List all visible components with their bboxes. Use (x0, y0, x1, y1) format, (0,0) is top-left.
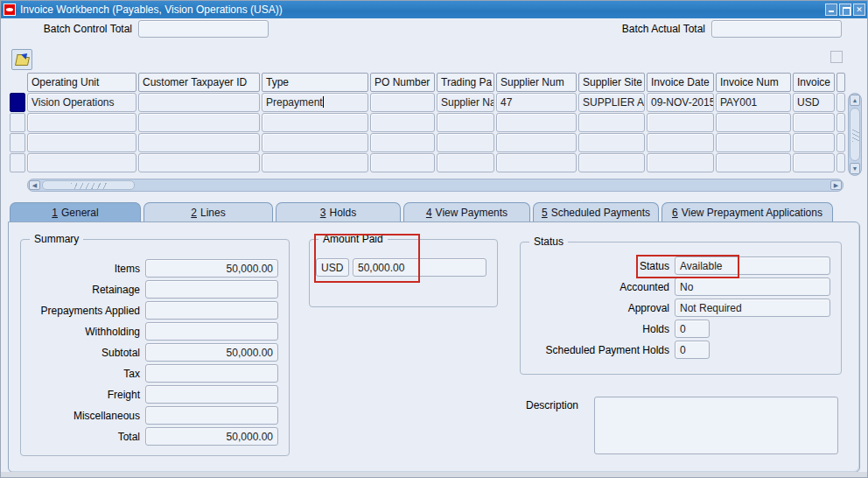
horizontal-scrollbar[interactable]: ◀ ▶ (27, 179, 844, 192)
cell-invoice-num[interactable] (716, 133, 791, 152)
cell-customer-taxpayer-id[interactable] (138, 153, 260, 172)
status-field-status[interactable]: Available (675, 257, 830, 275)
cell-invoice-date[interactable] (647, 153, 714, 172)
column-header-type[interactable]: Type (262, 73, 368, 92)
amount-paid-value-field[interactable]: 50,000.00 (353, 258, 486, 277)
column-header-invoice[interactable]: Invoice (793, 73, 835, 92)
cell-invoice-date[interactable] (647, 133, 714, 152)
cell-supplier-site[interactable] (578, 113, 645, 132)
column-header-invoice-num[interactable]: Invoice Num (716, 73, 791, 92)
vertical-scroll-thumb[interactable] (850, 108, 860, 161)
cell-type[interactable] (262, 113, 368, 132)
scroll-right-icon[interactable]: ▶ (830, 180, 842, 190)
cell-customer-taxpayer-id[interactable] (138, 133, 260, 152)
status-field-accounted[interactable]: No (675, 278, 830, 296)
cell-trading-pa[interactable] (437, 113, 494, 132)
column-header-invoice-date[interactable]: Invoice Date (647, 73, 714, 92)
amount-paid-currency-field[interactable]: USD (316, 258, 349, 277)
status-field-holds[interactable]: 0 (675, 320, 710, 338)
status-field-scheduled-payment-holds[interactable]: 0 (675, 341, 710, 359)
cell-trading-pa[interactable] (437, 133, 494, 152)
scroll-down-icon[interactable]: ▼ (850, 163, 860, 174)
summary-field-items[interactable]: 50,000.00 (145, 259, 278, 278)
cell-stub[interactable] (836, 153, 845, 172)
cell-invoice[interactable] (793, 133, 835, 152)
tab-view-payments[interactable]: 4View Payments (403, 202, 530, 222)
scroll-up-icon[interactable]: ▲ (850, 95, 860, 106)
column-header-trading-pa[interactable]: Trading Pa (437, 73, 494, 92)
cell-invoice-date[interactable] (647, 113, 714, 132)
cell-operating-unit[interactable]: Vision Operations (27, 93, 136, 112)
status-field-approval[interactable]: Not Required (675, 299, 830, 317)
cell-invoice-num[interactable] (716, 153, 791, 172)
summary-field-prepayments-applied[interactable] (145, 301, 278, 320)
record-indicator[interactable] (10, 113, 25, 132)
summary-field-total[interactable]: 50,000.00 (145, 427, 278, 446)
column-header-supplier-num[interactable]: Supplier Num (496, 73, 577, 92)
cell-supplier-site[interactable] (578, 153, 645, 172)
maximize-button[interactable] (839, 4, 851, 16)
cell-customer-taxpayer-id[interactable] (138, 93, 260, 112)
cell-po-number[interactable] (370, 153, 435, 172)
cell-text: SUPPLIER A (583, 96, 644, 109)
scroll-left-icon[interactable]: ◀ (29, 180, 40, 190)
tab-lines[interactable]: 2Lines (144, 202, 273, 222)
batch-actual-total-field[interactable] (711, 20, 842, 38)
title-bar[interactable]: Invoice Workbench (Payables, Vision Oper… (1, 1, 868, 18)
column-header-stub[interactable] (836, 73, 845, 92)
batch-control-total-field[interactable] (138, 20, 269, 38)
tab-access-key: 4 (426, 207, 432, 219)
cell-operating-unit[interactable] (27, 133, 136, 152)
cell-type[interactable] (262, 153, 368, 172)
close-button[interactable]: ✕ (853, 4, 865, 16)
record-indicator[interactable] (10, 153, 25, 172)
tab-general[interactable]: 1General (10, 202, 141, 222)
tab-holds[interactable]: 3Holds (276, 202, 401, 222)
summary-field-subtotal[interactable]: 50,000.00 (145, 343, 278, 362)
description-field[interactable] (594, 397, 838, 454)
cell-invoice-date[interactable]: 09-NOV-2015 (647, 93, 714, 112)
horizontal-scroll-thumb[interactable] (42, 180, 135, 190)
record-indicator[interactable] (10, 133, 25, 152)
cell-invoice[interactable]: USD (793, 93, 835, 112)
cell-supplier-num[interactable] (496, 153, 577, 172)
cell-stub[interactable] (836, 113, 845, 132)
cell-type[interactable]: Prepayment (262, 93, 368, 112)
summary-field-freight[interactable] (145, 385, 278, 404)
summary-field-miscellaneous[interactable] (145, 406, 278, 425)
tab-scheduled-payments[interactable]: 5Scheduled Payments (533, 202, 659, 222)
cell-stub[interactable] (836, 93, 845, 112)
tab-view-prepayment-applications[interactable]: 6View Prepayment Applications (662, 202, 833, 222)
header-checkbox[interactable] (830, 51, 843, 63)
column-header-customer-taxpayer-id[interactable]: Customer Taxpayer ID (138, 73, 260, 92)
vertical-scrollbar[interactable]: ▲ ▼ (848, 93, 862, 176)
cell-operating-unit[interactable] (27, 153, 136, 172)
cell-po-number[interactable] (370, 93, 435, 112)
column-header-po-number[interactable]: PO Number (370, 73, 435, 92)
cell-invoice[interactable] (793, 113, 835, 132)
cell-supplier-num[interactable] (496, 113, 577, 132)
record-indicator[interactable] (10, 93, 25, 112)
cell-type[interactable] (262, 133, 368, 152)
minimize-button[interactable] (825, 4, 837, 16)
cell-trading-pa[interactable]: Supplier Na (437, 93, 494, 112)
cell-invoice-num[interactable]: PAY001 (716, 93, 791, 112)
summary-field-withholding[interactable] (145, 322, 278, 341)
cell-invoice[interactable] (793, 153, 835, 172)
column-header-supplier-site[interactable]: Supplier Site (578, 73, 645, 92)
cell-supplier-site[interactable]: SUPPLIER A (578, 93, 645, 112)
cell-operating-unit[interactable] (27, 113, 136, 132)
cell-trading-pa[interactable] (437, 153, 494, 172)
summary-field-retainage[interactable] (145, 280, 278, 299)
cell-supplier-site[interactable] (578, 133, 645, 152)
cell-po-number[interactable] (370, 133, 435, 152)
cell-po-number[interactable] (370, 113, 435, 132)
cell-customer-taxpayer-id[interactable] (138, 113, 260, 132)
cell-supplier-num[interactable] (496, 133, 577, 152)
column-header-operating-unit[interactable]: Operating Unit (27, 73, 136, 92)
cell-stub[interactable] (836, 133, 845, 152)
cell-supplier-num[interactable]: 47 (496, 93, 577, 112)
summary-field-tax[interactable] (145, 364, 278, 383)
open-folder-button[interactable] (11, 49, 32, 70)
cell-invoice-num[interactable] (716, 113, 791, 132)
